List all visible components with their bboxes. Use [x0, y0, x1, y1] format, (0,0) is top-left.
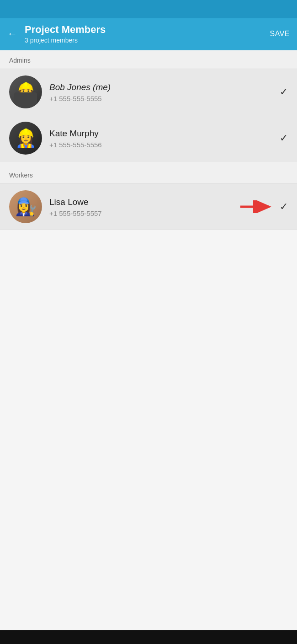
checkmark-bob: ✓ — [280, 86, 288, 98]
member-count: 3 project members — [25, 37, 106, 44]
page-title: Project Members — [25, 24, 106, 36]
admins-section-label: Admins — [0, 50, 297, 69]
member-name-kate: Kate Murphy — [49, 128, 272, 140]
avatar-bob — [9, 75, 42, 108]
workers-list: Lisa Lowe +1 555-555-5557 ✓ — [0, 183, 297, 230]
workers-section: Workers Lisa Lowe +1 555-555-5557 — [0, 165, 297, 230]
member-name-bob: Bob Jones (me) — [49, 82, 272, 93]
admins-list: Bob Jones (me) +1 555-555-5555 ✓ Kate Mu… — [0, 69, 297, 161]
status-bar — [0, 0, 297, 18]
avatar-kate — [9, 122, 42, 155]
member-item-bob[interactable]: Bob Jones (me) +1 555-555-5555 ✓ — [0, 69, 297, 115]
member-info-kate: Kate Murphy +1 555-555-5556 — [49, 128, 272, 149]
member-item-lisa[interactable]: Lisa Lowe +1 555-555-5557 ✓ — [0, 184, 297, 230]
member-phone-bob: +1 555-555-5555 — [49, 95, 272, 102]
header-title-group: Project Members 3 project members — [25, 24, 106, 44]
header: ← Project Members 3 project members SAVE — [0, 18, 297, 50]
member-info-bob: Bob Jones (me) +1 555-555-5555 — [49, 82, 272, 102]
member-phone-kate: +1 555-555-5556 — [49, 141, 272, 149]
checkmark-lisa: ✓ — [280, 201, 288, 213]
save-button[interactable]: SAVE — [270, 30, 290, 38]
member-name-lisa: Lisa Lowe — [49, 197, 232, 208]
checkmark-kate: ✓ — [280, 132, 288, 144]
avatar-lisa — [9, 190, 42, 223]
arrow-annotation: ✓ — [239, 200, 288, 213]
member-item-kate[interactable]: Kate Murphy +1 555-555-5556 ✓ — [0, 115, 297, 161]
workers-section-label: Workers — [0, 165, 297, 183]
back-button[interactable]: ← — [7, 28, 17, 40]
content-area — [0, 230, 297, 630]
red-arrow-icon — [239, 200, 276, 213]
member-info-lisa: Lisa Lowe +1 555-555-5557 — [49, 197, 232, 217]
member-phone-lisa: +1 555-555-5557 — [49, 209, 232, 217]
bottom-bar — [0, 630, 297, 644]
header-left: ← Project Members 3 project members — [7, 24, 106, 44]
